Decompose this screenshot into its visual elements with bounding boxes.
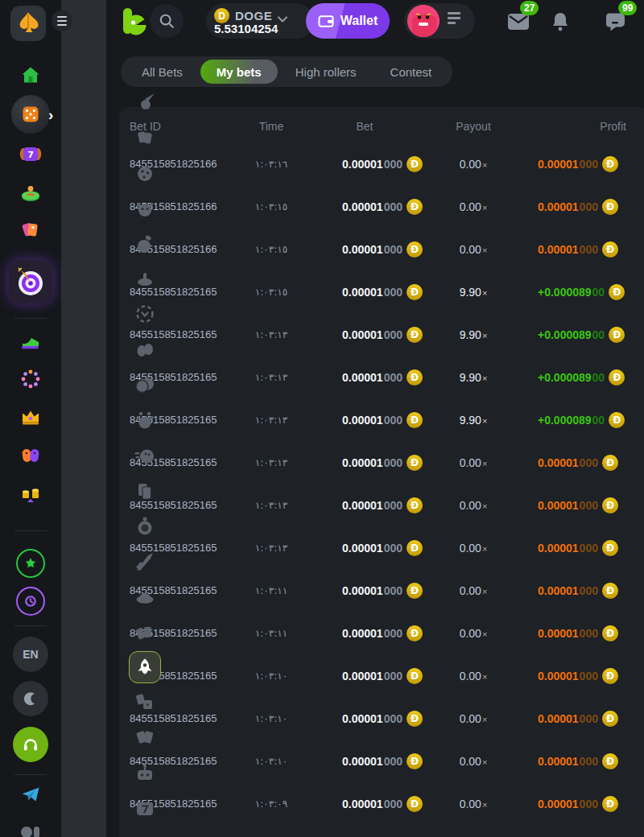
sidebar-expand-chevron[interactable]: › [48, 106, 53, 124]
table-row[interactable]: 845515851825165١:٠٣:١٣0.00001000Đ0.00×0.… [119, 441, 644, 484]
sidebar-item-promotions[interactable] [0, 217, 61, 243]
table-row[interactable]: 845515851825165١:٠٣:١٥0.00001000Đ9.90×+0… [119, 270, 644, 313]
wallet-button[interactable]: Wallet [306, 3, 390, 39]
community-link[interactable] [0, 819, 61, 837]
table-row[interactable]: 845515851825165١:٠٣:١٣0.00001000Đ9.90×+0… [119, 313, 644, 356]
doge-coin-icon: Đ [602, 241, 618, 258]
sidebar-item-duel[interactable] [0, 443, 61, 468]
doge-coin-icon: Đ [407, 668, 423, 684]
mail-button[interactable] [507, 13, 530, 34]
bets-table-panel: Bet ID Time Bet Payout Profit 8455158518… [119, 107, 644, 837]
table-row[interactable]: 845515851825165١:٠٣:١٣0.00001000Đ9.90×+0… [119, 356, 644, 398]
bet-amount: 0.00001000Đ [303, 497, 426, 513]
tab-all-bets[interactable]: All Bets [126, 60, 199, 84]
table-row[interactable]: 845515851825165١:٠٣:١١0.00001000Đ0.00×0.… [119, 612, 644, 654]
game-item-plinko[interactable] [134, 163, 155, 183]
game-item-rocket-selected[interactable] [129, 651, 161, 683]
divider [14, 318, 47, 319]
doge-coin-icon: Đ [407, 412, 423, 428]
table-row[interactable]: 845515851825166١:٠٣:١٥0.00001000Đ0.00×0.… [119, 228, 644, 270]
hamburger-menu-button[interactable] [52, 10, 72, 31]
game-item-bomb[interactable] [134, 233, 155, 254]
game-item-spinner[interactable] [134, 269, 155, 290]
sidebar-item-favorites[interactable] [0, 550, 61, 577]
table-row[interactable]: 845515851825165١:٠٣:١٣0.00001000Đ0.00×0.… [119, 526, 644, 569]
table-row[interactable]: 845515851825165١:٠٣:١٣0.00001000Đ9.90×+0… [119, 398, 644, 441]
wallet-icon [318, 14, 334, 28]
bet-time: ١:٠٣:١٥ [239, 244, 303, 255]
game-item-gamble[interactable] [134, 692, 155, 713]
bet-amount: 0.00001000Đ [303, 284, 426, 300]
profit-amount: +0.00008900Đ [521, 369, 644, 386]
notifications-button[interactable] [551, 11, 570, 35]
game-item-monster[interactable] [134, 198, 155, 219]
sidebar-item-slots[interactable]: 7 [0, 142, 61, 166]
telegram-link[interactable] [0, 782, 61, 806]
game-item-cards[interactable] [134, 127, 155, 148]
column-header-time: Time [239, 120, 303, 133]
table-row[interactable]: 845515851825165١:٠٣:١٠0.00001000Đ0.00×0.… [119, 654, 644, 697]
table-row[interactable]: 845515851825165١:٠٣:١٠0.00001000Đ0.00×0.… [119, 740, 644, 782]
game-item-eggs[interactable] [134, 339, 155, 360]
profile-menu-icon[interactable] [448, 12, 460, 24]
game-item-robot[interactable] [134, 763, 155, 784]
bet-id[interactable]: 845515851825165 [130, 712, 239, 724]
sidebar-item-sports[interactable] [0, 328, 61, 353]
theme-toggle[interactable] [0, 681, 61, 716]
site-logo[interactable] [119, 6, 148, 37]
game-item-poker[interactable] [134, 728, 155, 748]
chevron-down-icon[interactable] [277, 12, 288, 27]
language-button[interactable]: EN [0, 637, 61, 672]
sidebar-item-home[interactable] [0, 61, 61, 89]
doge-coin-icon: Đ [609, 412, 625, 428]
game-item-slot[interactable] [134, 798, 155, 819]
column-header-profit: Profit [521, 120, 626, 133]
table-row[interactable]: 845515851825166١:٠٣:١٦0.00001000Đ0.00×0.… [119, 142, 644, 185]
versus-icon [19, 444, 42, 467]
star-icon [16, 549, 45, 578]
doge-coin-icon: Đ [407, 625, 423, 641]
sidebar-item-live-casino[interactable] [0, 179, 61, 204]
game-item-hilo[interactable] [134, 480, 155, 501]
sidebar-item-recents[interactable] [0, 588, 61, 615]
tab-contest[interactable]: Contest [374, 60, 448, 84]
table-row[interactable]: 845515851825165١:٠٣:١٣0.00001000Đ0.00×0.… [119, 484, 644, 526]
game-item-limbo[interactable] [134, 303, 155, 324]
table-body: 845515851825166١:٠٣:١٦0.00001000Đ0.00×0.… [119, 142, 644, 825]
game-item-keno[interactable] [134, 410, 155, 431]
currency-selector[interactable]: DOGE [235, 9, 272, 23]
doge-coin-icon: Đ [602, 455, 618, 471]
doge-coin-icon: Đ [602, 625, 618, 641]
game-item-flying-cards[interactable] [134, 622, 155, 643]
table-row[interactable]: 845515851825165١:٠٣:٠٩0.00001000Đ0.00×0.… [119, 782, 644, 825]
game-item-bowling[interactable] [134, 445, 155, 466]
brand-spade-tile[interactable] [10, 6, 46, 41]
game-item-ufo[interactable] [134, 587, 155, 608]
search-button[interactable] [150, 4, 184, 38]
sidebar-item-balance[interactable] [0, 481, 61, 507]
game-item-coinflip[interactable] [134, 374, 155, 395]
profit-amount: +0.00008900Đ [521, 412, 644, 428]
doge-coin-icon: Đ [407, 455, 423, 471]
mail-icon [507, 13, 530, 31]
bet-amount: 0.00001000Đ [303, 156, 426, 172]
tab-my-bets[interactable]: My bets [200, 60, 278, 84]
game-item-watch[interactable] [134, 516, 155, 537]
sidebar-item-lottery[interactable] [0, 367, 61, 391]
sidebar-item-dartboard[interactable] [0, 260, 61, 303]
profit-amount: 0.00001000Đ [521, 753, 644, 769]
support-button[interactable] [0, 727, 61, 762]
game-item-crash[interactable] [134, 92, 155, 113]
table-row[interactable]: 845515851825165١:٠٣:١١0.00001000Đ0.00×0.… [119, 569, 644, 612]
table-row[interactable]: 845515851825165١:٠٣:١٠0.00001000Đ0.00×0.… [119, 697, 644, 740]
tab-high-rollers[interactable]: High rollers [279, 60, 373, 84]
sidebar-item-vip[interactable] [0, 406, 61, 430]
avatar[interactable] [407, 5, 440, 37]
table-row[interactable]: 845515851825166١:٠٣:١٥0.00001000Đ0.00×0.… [119, 185, 644, 228]
bet-time: ١:٠٣:١٠ [239, 713, 303, 724]
payout-multiplier: 0.00× [426, 456, 521, 469]
chat-button[interactable] [605, 12, 626, 35]
profit-amount: 0.00001000Đ [521, 156, 644, 172]
game-item-sword[interactable] [134, 551, 155, 572]
bet-time: ١:٠٣:١٣ [239, 372, 303, 383]
